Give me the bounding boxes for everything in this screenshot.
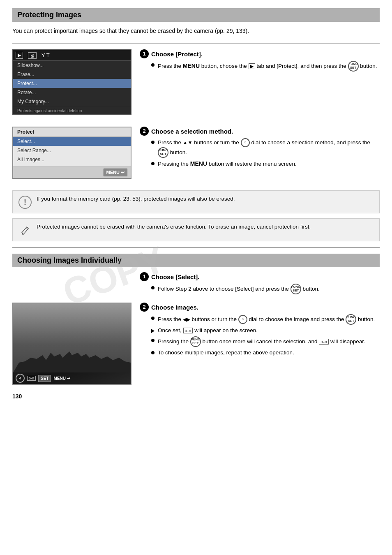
step1-bullet1: Press the MENU button, choose the ▶ tab …	[151, 61, 380, 72]
step2-bullet1: Press the ▲▼ buttons or turn the ○ dial …	[151, 138, 380, 158]
frame-count: 4	[19, 376, 21, 380]
pencil-icon	[18, 224, 32, 237]
bullet-dot3	[151, 162, 154, 165]
protect-menu-screen: Protect Select... Select Range... All Im…	[12, 127, 131, 179]
section2-step1-right: 1 Choose [Select]. Follow Step 2 above t…	[140, 272, 380, 296]
menu-keyword2: MENU	[190, 160, 207, 167]
dial-icon2: ○	[238, 315, 247, 324]
step2-bullet1-text: Press the ▲▼ buttons or turn the ○ dial …	[158, 138, 380, 158]
protect-icon-small: o-n	[27, 376, 36, 381]
bullet-dot7	[151, 351, 154, 354]
section2-step2-right: 2 Choose images. Press the ◀▶ buttons or…	[140, 303, 380, 359]
section2-step2-title: Choose images.	[151, 304, 198, 311]
step2-title: Choose a selection method.	[151, 128, 233, 135]
print-tab-icon: 🖨	[28, 52, 37, 59]
svg-line-0	[25, 228, 27, 229]
yt-tab-icon: Y T	[42, 52, 50, 58]
bullet-dot2	[151, 141, 154, 144]
section2-step2-bullet1: Press the ◀▶ buttons or turn the ○ dial …	[151, 314, 380, 325]
protect-screen-title: Protect	[13, 127, 131, 137]
menu-item-protect[interactable]: Protect...	[13, 79, 131, 88]
lr-arrows: ◀▶	[183, 317, 190, 322]
up-down-arrows: ▲▼	[183, 140, 193, 146]
section2-step2-number: 2	[140, 303, 149, 312]
frame-count-icon: 4	[16, 374, 25, 383]
section2-step2-bullet2-text: Once set, o-n will appear on the screen.	[158, 326, 258, 335]
section2-step2-bullet1-text: Press the ◀▶ buttons or turn the ○ dial …	[158, 314, 375, 325]
step1-left-panel: ▶ 🖨 Y T Slideshow... Erase... Protect...…	[12, 49, 131, 120]
step1-right-panel: 1 Choose [Protect]. Press the MENU butto…	[140, 49, 380, 73]
section2-heading: Choosing Images Individually	[12, 254, 380, 267]
step2-body: Press the ▲▼ buttons or turn the ○ dial …	[151, 138, 380, 168]
step1-body: Press the MENU button, choose the ▶ tab …	[151, 61, 380, 72]
section1-heading: Protecting Images	[12, 8, 380, 22]
intro-text: You can protect important images so that…	[12, 27, 380, 35]
section2-step1-header: 1 Choose [Select].	[140, 272, 380, 281]
notice-box1: ! If you format the memory card (pp. 23,…	[12, 190, 380, 213]
step1-title: Choose [Protect].	[151, 51, 203, 58]
notice2-text: Protected images cannot be erased with t…	[37, 223, 311, 231]
bullet-dot	[151, 63, 154, 67]
bullet-triangle1	[151, 329, 154, 333]
section2-step1-bullet1: Follow Step 2 above to choose [Select] a…	[151, 284, 380, 294]
set-btn: SET	[38, 375, 51, 382]
section2-step1-title: Choose [Select].	[151, 273, 200, 280]
menu-keyword: MENU	[183, 62, 200, 69]
section2-step2-bullet3: Pressing the FUNCSET button once more wi…	[151, 336, 380, 347]
bullet-dot6	[151, 339, 154, 342]
menu-item-slideshow: Slideshow...	[13, 61, 131, 70]
section2-step1-body: Follow Step 2 above to choose [Select] a…	[151, 284, 380, 294]
step2-right-panel: 2 Choose a selection method. Press the ▲…	[140, 127, 380, 170]
menu-hint-text: Protects against accidental deletion	[13, 107, 131, 114]
divider1	[12, 43, 380, 44]
protect-item-select[interactable]: Select...	[13, 137, 131, 146]
protect-item-all-images[interactable]: All Images...	[13, 155, 131, 164]
tab-bar: ▶ 🖨 Y T	[13, 50, 131, 61]
step1-header: 1 Choose [Protect].	[140, 49, 380, 58]
protect-icon-inline2: o-n	[319, 339, 329, 345]
bullet-dot4	[151, 286, 154, 289]
section2-step2-bullet4-text: To choose multiple images, repeat the ab…	[158, 349, 294, 357]
section2-step2-bullet4: To choose multiple images, repeat the ab…	[151, 349, 380, 357]
menu-item-rotate: Rotate...	[13, 88, 131, 97]
func-set-btn2: FUNCSET	[158, 147, 168, 158]
step2-block: Protect Select... Select Range... All Im…	[12, 127, 380, 184]
section2-step1-bullet1-text: Follow Step 2 above to choose [Select] a…	[158, 284, 320, 294]
play-icon-inline: ▶	[249, 63, 255, 69]
func-set-btn3: FUNCSET	[291, 284, 301, 294]
func-set-btn4: FUNCSET	[346, 314, 356, 325]
step2-bullet2: Pressing the MENU button will restore th…	[151, 160, 380, 168]
menu-item-mycategory: My Category...	[13, 97, 131, 106]
section2-step2-bullet2: Once set, o-n will appear on the screen.	[151, 326, 380, 335]
step2-number: 2	[140, 127, 149, 136]
section2-step2-header: 2 Choose images.	[140, 303, 380, 312]
section2-step2-bullet3-text: Pressing the FUNCSET button once more wi…	[158, 336, 365, 347]
protect-screen-menubar: MENU ↩	[13, 166, 131, 178]
func-set-btn5: FUNCSET	[190, 336, 201, 347]
page-number: 130	[12, 393, 380, 400]
step1-block: ▶ 🖨 Y T Slideshow... Erase... Protect...…	[12, 49, 380, 120]
notice-box2: Protected images cannot be erased with t…	[12, 218, 380, 241]
step2-header: 2 Choose a selection method.	[140, 127, 380, 136]
step1-bullet1-text: Press the MENU button, choose the ▶ tab …	[158, 61, 377, 72]
caution-icon: !	[18, 196, 32, 209]
preview-menu-label: MENU ↩	[53, 376, 70, 381]
section2-step1-number: 1	[140, 272, 149, 281]
func-set-btn-inline: FUNCSET	[348, 61, 359, 72]
play-tab-icon: ▶	[16, 52, 23, 59]
protect-item-select-range[interactable]: Select Range...	[13, 146, 131, 155]
step2-left-panel: Protect Select... Select Range... All Im…	[12, 127, 131, 184]
section2-step2-block: Protect 4 o-n SET MENU ↩ 2 Choose images…	[12, 303, 380, 385]
protect-icon-inline: o-n	[183, 328, 193, 333]
section2-step1-block: 1 Choose [Select]. Follow Step 2 above t…	[12, 272, 380, 296]
image-preview: Protect 4 o-n SET MENU ↩	[12, 303, 131, 385]
section2-step2-left: Protect 4 o-n SET MENU ↩	[12, 303, 131, 385]
divider2	[12, 247, 380, 248]
section2-step2-body: Press the ◀▶ buttons or turn the ○ dial …	[151, 314, 380, 357]
preview-bottom-bar: 4 o-n SET MENU ↩	[13, 372, 131, 384]
protect-menu-btn[interactable]: MENU ↩	[104, 169, 127, 176]
notice1-text: If you format the memory card (pp. 23, 5…	[37, 195, 235, 203]
camera-menu-screen: ▶ 🖨 Y T Slideshow... Erase... Protect...…	[12, 49, 131, 115]
bullet-dot5	[151, 317, 154, 320]
step1-number: 1	[140, 49, 149, 58]
